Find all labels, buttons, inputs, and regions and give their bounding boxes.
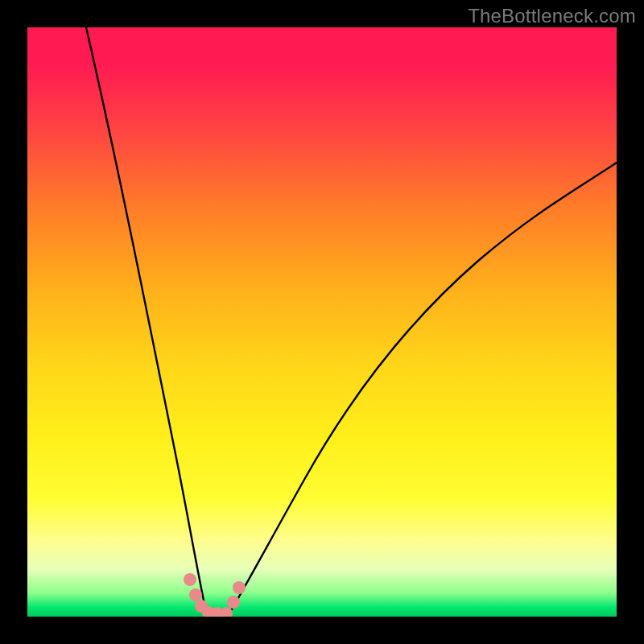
curve-layer [27,27,617,617]
plot-area [27,27,617,617]
svg-point-7 [233,581,246,594]
bottleneck-curve-left [86,27,207,616]
valley-marker-cluster [184,573,246,617]
svg-point-6 [227,596,240,609]
svg-point-0 [184,573,196,586]
bottleneck-curve-right [228,163,617,616]
svg-point-2 [195,600,208,613]
svg-point-5 [220,607,233,617]
svg-point-1 [189,588,202,601]
watermark-text: TheBottleneck.com [468,5,636,27]
svg-point-3 [202,606,215,617]
svg-point-4 [211,607,224,617]
chart-frame: TheBottleneck.com [0,0,644,644]
